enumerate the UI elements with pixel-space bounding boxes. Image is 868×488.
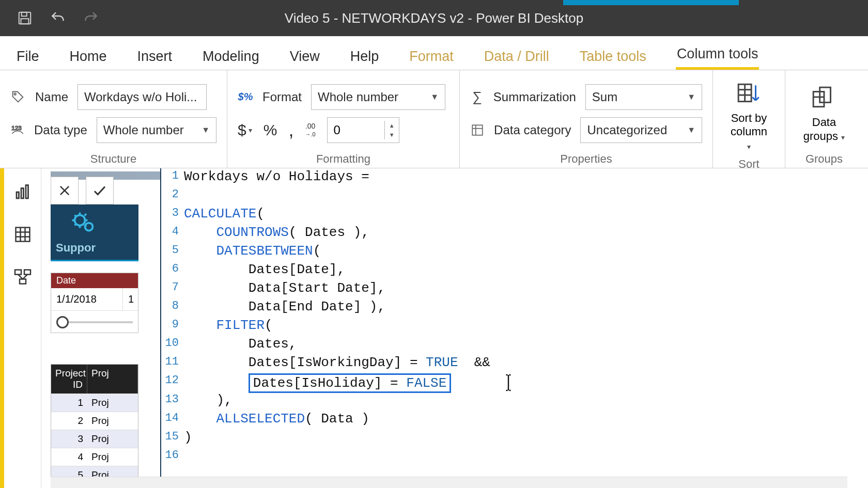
spinner-up-icon[interactable]: ▲ [385, 121, 399, 130]
group-properties: ∑ Summarization Sum ▼ Data category Unca… [460, 70, 713, 168]
decimal-places-value: 0 [328, 123, 384, 137]
title-bar: Video 5 - NETWORKDAYS v2 - Power BI Desk… [0, 0, 868, 36]
table-row[interactable]: 1Proj [51, 393, 138, 412]
col-project-id[interactable]: Project ID [51, 365, 87, 393]
main-area: Suppor Date 1/1/2018 1 Project ID Proj 1… [0, 168, 868, 488]
decrease-decimals-button[interactable]: .00→.0 [305, 122, 315, 137]
quick-access-toolbar [0, 9, 100, 27]
name-input[interactable]: Workdays w/o Holi... [78, 84, 207, 110]
table-row[interactable]: 3Proj [51, 430, 138, 448]
slicer-track[interactable] [51, 311, 138, 333]
tag-icon [10, 89, 26, 105]
svg-rect-25 [20, 279, 26, 284]
slider-thumb[interactable] [56, 316, 69, 328]
save-icon[interactable] [16, 9, 34, 27]
tab-modeling[interactable]: Modeling [202, 41, 260, 70]
sort-by-column-button[interactable]: Sort by column ▾ [723, 76, 774, 155]
format-combo[interactable]: Whole number ▼ [311, 84, 445, 110]
thousands-button[interactable]: , [288, 119, 293, 141]
group-formatting: $% Format Whole number ▼ $▾ % , .00→.0 0… [227, 70, 460, 168]
group-label-structure: Structure [10, 150, 216, 166]
svg-rect-15 [17, 192, 19, 198]
group-structure: Name Workdays w/o Holi... 123 Data type … [0, 70, 227, 168]
tab-file[interactable]: File [16, 41, 40, 70]
support-card[interactable]: Suppor [51, 204, 138, 261]
datacategory-combo[interactable]: Uncategorized ▼ [580, 117, 702, 143]
svg-text:123: 123 [11, 124, 21, 131]
text-cursor-icon [503, 373, 514, 392]
sort-label: Sort by column ▾ [730, 112, 768, 152]
commit-formula-button[interactable] [86, 177, 114, 204]
group-label-groups: Groups [796, 150, 853, 166]
svg-point-3 [14, 93, 16, 95]
data-view-icon[interactable] [12, 224, 33, 245]
svg-rect-24 [24, 270, 30, 275]
chevron-down-icon: ▼ [202, 125, 210, 135]
group-sort: Sort by column ▾ Sort [713, 70, 785, 168]
report-view-icon[interactable] [12, 182, 33, 202]
gear-icon [68, 209, 99, 240]
datatype-value: Whole number [103, 123, 184, 137]
format-icon: $% [238, 89, 253, 105]
slicer-start-value[interactable]: 1/1/2018 [51, 288, 122, 311]
highlighted-expression: Dates[IsHoliday] = FALSE [249, 373, 451, 393]
format-label: Format [262, 90, 302, 104]
svg-rect-16 [21, 188, 24, 199]
category-icon [470, 122, 485, 138]
tab-format[interactable]: Format [408, 41, 455, 70]
model-view-icon[interactable] [12, 266, 33, 287]
groups-icon [810, 84, 839, 113]
decimal-places-spinner[interactable]: 0 ▲▼ [327, 117, 399, 143]
tab-table-tools[interactable]: Table tools [579, 41, 647, 70]
tab-column-tools[interactable]: Column tools [676, 39, 760, 70]
col-project-name[interactable]: Proj [87, 365, 138, 393]
formula-bar-controls [51, 177, 114, 204]
tab-data-drill[interactable]: Data / Drill [483, 41, 550, 70]
canvas: Suppor Date 1/1/2018 1 Project ID Proj 1… [41, 168, 868, 488]
spinner-down-icon[interactable]: ▼ [385, 130, 399, 139]
slicer-end-value[interactable]: 1 [122, 288, 138, 311]
summarization-combo[interactable]: Sum ▼ [585, 84, 702, 110]
tab-home[interactable]: Home [69, 41, 108, 70]
summarization-label: Summarization [493, 90, 576, 104]
data-groups-button[interactable]: Data groups ▾ [797, 81, 851, 146]
support-label: Suppor [56, 241, 96, 255]
date-slicer[interactable]: Date 1/1/2018 1 [51, 273, 138, 333]
name-label: Name [35, 90, 68, 104]
svg-rect-1 [22, 12, 27, 17]
ribbon-tabs: File Home Insert Modeling View Help Form… [0, 36, 868, 70]
tab-insert[interactable]: Insert [136, 41, 174, 70]
percent-button[interactable]: % [264, 121, 277, 139]
table-row[interactable]: 4Proj [51, 448, 138, 466]
datacategory-label: Data category [494, 123, 571, 137]
group-groups: Data groups ▾ Groups [785, 70, 863, 168]
group-label-properties: Properties [470, 150, 702, 166]
currency-button[interactable]: $▾ [238, 121, 252, 139]
table-header: Project ID Proj [51, 365, 138, 393]
formula-editor[interactable]: 1Workdays w/o Holidays = 2 3CALCULATE( 4… [160, 168, 868, 488]
groups-label: Data groups ▾ [803, 116, 845, 143]
svg-line-27 [23, 275, 27, 279]
tab-help[interactable]: Help [349, 41, 380, 70]
svg-rect-17 [26, 185, 28, 199]
undo-icon[interactable] [49, 9, 67, 27]
app-title: Video 5 - NETWORKDAYS v2 - Power BI Desk… [285, 10, 583, 26]
accent-strip [563, 0, 739, 5]
cancel-formula-button[interactable] [51, 177, 79, 204]
name-value: Workdays w/o Holi... [84, 90, 197, 104]
chevron-down-icon: ▼ [430, 92, 439, 102]
tab-view[interactable]: View [289, 41, 321, 70]
background-visuals: Suppor Date 1/1/2018 1 Project ID Proj 1… [51, 204, 138, 484]
group-label-formatting: Formatting [238, 150, 449, 166]
slicer-header: Date [51, 273, 138, 288]
project-table[interactable]: Project ID Proj 1Proj2Proj3Proj4Proj5Pro… [51, 364, 138, 484]
table-row[interactable]: 2Proj [51, 412, 138, 430]
chevron-down-icon: ▼ [687, 125, 695, 135]
svg-rect-12 [813, 92, 824, 107]
svg-line-26 [18, 275, 23, 279]
summarization-value: Sum [592, 90, 617, 104]
sigma-icon: ∑ [470, 89, 484, 105]
datatype-combo[interactable]: Whole number ▼ [97, 117, 216, 143]
horizontal-scrollbar[interactable] [51, 477, 847, 488]
sort-icon [735, 80, 764, 108]
